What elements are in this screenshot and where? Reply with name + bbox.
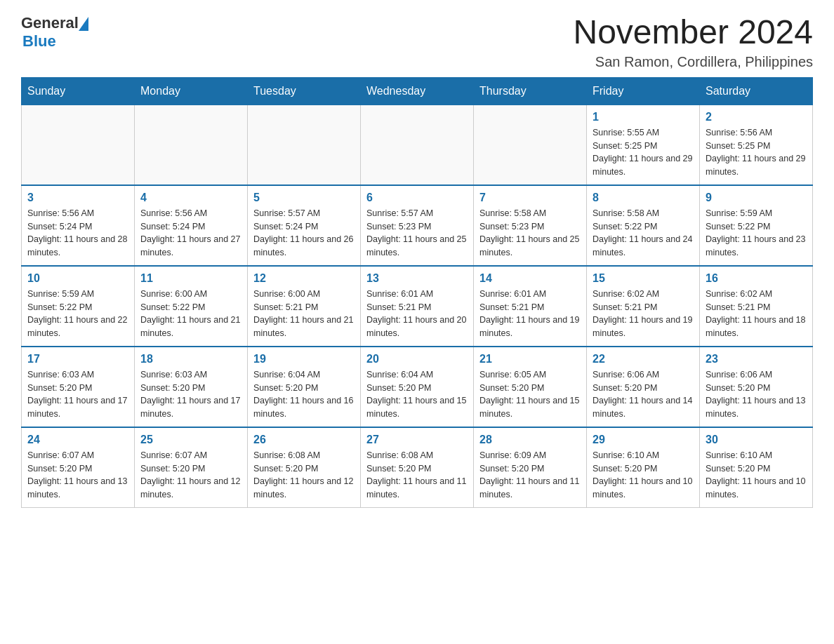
day-number: 21 xyxy=(479,353,581,365)
calendar-week-1: 3Sunrise: 5:56 AMSunset: 5:24 PMDaylight… xyxy=(22,185,813,266)
calendar-cell: 30Sunrise: 6:10 AMSunset: 5:20 PMDayligh… xyxy=(700,427,813,508)
day-info: Sunrise: 5:56 AMSunset: 5:24 PMDaylight:… xyxy=(140,207,241,260)
day-number: 22 xyxy=(593,353,694,365)
calendar-cell: 15Sunrise: 6:02 AMSunset: 5:21 PMDayligh… xyxy=(587,266,700,347)
logo: General Blue xyxy=(21,14,88,51)
day-number: 27 xyxy=(366,434,468,446)
calendar-cell: 19Sunrise: 6:04 AMSunset: 5:20 PMDayligh… xyxy=(248,347,361,427)
day-number: 3 xyxy=(27,192,128,204)
calendar-cell: 22Sunrise: 6:06 AMSunset: 5:20 PMDayligh… xyxy=(587,347,700,427)
day-info: Sunrise: 6:03 AMSunset: 5:20 PMDaylight:… xyxy=(27,368,128,421)
day-number: 10 xyxy=(27,272,128,285)
weekday-header-friday: Friday xyxy=(587,77,700,105)
day-info: Sunrise: 6:04 AMSunset: 5:20 PMDaylight:… xyxy=(253,368,355,421)
calendar-week-0: 1Sunrise: 5:55 AMSunset: 5:25 PMDaylight… xyxy=(22,105,813,185)
calendar-cell: 17Sunrise: 6:03 AMSunset: 5:20 PMDayligh… xyxy=(22,347,135,427)
day-info: Sunrise: 6:00 AMSunset: 5:21 PMDaylight:… xyxy=(253,288,355,340)
calendar-cell: 24Sunrise: 6:07 AMSunset: 5:20 PMDayligh… xyxy=(22,427,135,508)
calendar-cell: 13Sunrise: 6:01 AMSunset: 5:21 PMDayligh… xyxy=(361,266,474,347)
day-number: 2 xyxy=(706,111,807,123)
title-block: November 2024 San Ramon, Cordillera, Phi… xyxy=(573,14,813,70)
day-number: 17 xyxy=(27,353,128,365)
day-number: 16 xyxy=(706,272,807,285)
day-number: 14 xyxy=(479,272,581,285)
day-number: 9 xyxy=(706,192,807,204)
month-title: November 2024 xyxy=(573,14,813,51)
day-number: 26 xyxy=(253,434,355,446)
calendar-cell: 1Sunrise: 5:55 AMSunset: 5:25 PMDaylight… xyxy=(587,105,700,185)
calendar-cell: 25Sunrise: 6:07 AMSunset: 5:20 PMDayligh… xyxy=(135,427,248,508)
day-info: Sunrise: 6:03 AMSunset: 5:20 PMDaylight:… xyxy=(140,368,241,421)
calendar-cell: 26Sunrise: 6:08 AMSunset: 5:20 PMDayligh… xyxy=(248,427,361,508)
day-info: Sunrise: 5:57 AMSunset: 5:24 PMDaylight:… xyxy=(253,207,355,260)
day-info: Sunrise: 6:10 AMSunset: 5:20 PMDaylight:… xyxy=(593,449,694,502)
calendar-cell: 5Sunrise: 5:57 AMSunset: 5:24 PMDaylight… xyxy=(248,185,361,266)
calendar-cell xyxy=(361,105,474,185)
day-number: 4 xyxy=(140,192,241,204)
calendar-week-2: 10Sunrise: 5:59 AMSunset: 5:22 PMDayligh… xyxy=(22,266,813,347)
calendar-cell: 20Sunrise: 6:04 AMSunset: 5:20 PMDayligh… xyxy=(361,347,474,427)
page-header: General Blue November 2024 San Ramon, Co… xyxy=(21,14,813,70)
location-title: San Ramon, Cordillera, Philippines xyxy=(573,54,813,70)
day-info: Sunrise: 5:58 AMSunset: 5:22 PMDaylight:… xyxy=(593,207,694,260)
calendar-cell xyxy=(474,105,587,185)
weekday-header-monday: Monday xyxy=(135,77,248,105)
day-number: 28 xyxy=(479,434,581,446)
day-number: 6 xyxy=(366,192,468,204)
weekday-header-sunday: Sunday xyxy=(22,77,135,105)
day-number: 24 xyxy=(27,434,128,446)
weekday-row: SundayMondayTuesdayWednesdayThursdayFrid… xyxy=(22,77,813,105)
calendar-cell xyxy=(135,105,248,185)
day-number: 7 xyxy=(479,192,581,204)
day-info: Sunrise: 6:01 AMSunset: 5:21 PMDaylight:… xyxy=(366,288,468,340)
calendar-cell xyxy=(22,105,135,185)
day-info: Sunrise: 5:59 AMSunset: 5:22 PMDaylight:… xyxy=(706,207,807,260)
day-info: Sunrise: 6:02 AMSunset: 5:21 PMDaylight:… xyxy=(706,288,807,340)
calendar-cell: 11Sunrise: 6:00 AMSunset: 5:22 PMDayligh… xyxy=(135,266,248,347)
calendar-cell: 8Sunrise: 5:58 AMSunset: 5:22 PMDaylight… xyxy=(587,185,700,266)
calendar-cell: 18Sunrise: 6:03 AMSunset: 5:20 PMDayligh… xyxy=(135,347,248,427)
calendar-week-3: 17Sunrise: 6:03 AMSunset: 5:20 PMDayligh… xyxy=(22,347,813,427)
day-info: Sunrise: 5:58 AMSunset: 5:23 PMDaylight:… xyxy=(479,207,581,260)
day-number: 8 xyxy=(593,192,694,204)
day-info: Sunrise: 5:57 AMSunset: 5:23 PMDaylight:… xyxy=(366,207,468,260)
day-info: Sunrise: 6:01 AMSunset: 5:21 PMDaylight:… xyxy=(479,288,581,340)
day-info: Sunrise: 5:55 AMSunset: 5:25 PMDaylight:… xyxy=(593,126,694,179)
calendar-cell xyxy=(248,105,361,185)
day-info: Sunrise: 6:10 AMSunset: 5:20 PMDaylight:… xyxy=(706,449,807,502)
day-info: Sunrise: 6:07 AMSunset: 5:20 PMDaylight:… xyxy=(140,449,241,502)
day-info: Sunrise: 6:08 AMSunset: 5:20 PMDaylight:… xyxy=(366,449,468,502)
calendar-cell: 2Sunrise: 5:56 AMSunset: 5:25 PMDaylight… xyxy=(700,105,813,185)
calendar-cell: 21Sunrise: 6:05 AMSunset: 5:20 PMDayligh… xyxy=(474,347,587,427)
calendar-cell: 7Sunrise: 5:58 AMSunset: 5:23 PMDaylight… xyxy=(474,185,587,266)
logo-blue-text: Blue xyxy=(22,32,56,51)
calendar-cell: 4Sunrise: 5:56 AMSunset: 5:24 PMDaylight… xyxy=(135,185,248,266)
day-number: 1 xyxy=(593,111,694,123)
day-info: Sunrise: 5:59 AMSunset: 5:22 PMDaylight:… xyxy=(27,288,128,340)
day-number: 23 xyxy=(706,353,807,365)
calendar-cell: 16Sunrise: 6:02 AMSunset: 5:21 PMDayligh… xyxy=(700,266,813,347)
day-info: Sunrise: 6:07 AMSunset: 5:20 PMDaylight:… xyxy=(27,449,128,502)
calendar-cell: 28Sunrise: 6:09 AMSunset: 5:20 PMDayligh… xyxy=(474,427,587,508)
calendar-cell: 3Sunrise: 5:56 AMSunset: 5:24 PMDaylight… xyxy=(22,185,135,266)
weekday-header-saturday: Saturday xyxy=(700,77,813,105)
calendar-cell: 29Sunrise: 6:10 AMSunset: 5:20 PMDayligh… xyxy=(587,427,700,508)
day-info: Sunrise: 5:56 AMSunset: 5:24 PMDaylight:… xyxy=(27,207,128,260)
calendar-cell: 23Sunrise: 6:06 AMSunset: 5:20 PMDayligh… xyxy=(700,347,813,427)
calendar-cell: 10Sunrise: 5:59 AMSunset: 5:22 PMDayligh… xyxy=(22,266,135,347)
day-info: Sunrise: 6:09 AMSunset: 5:20 PMDaylight:… xyxy=(479,449,581,502)
calendar-cell: 27Sunrise: 6:08 AMSunset: 5:20 PMDayligh… xyxy=(361,427,474,508)
calendar-header: SundayMondayTuesdayWednesdayThursdayFrid… xyxy=(22,77,813,105)
calendar-table: SundayMondayTuesdayWednesdayThursdayFrid… xyxy=(21,77,813,508)
day-info: Sunrise: 6:05 AMSunset: 5:20 PMDaylight:… xyxy=(479,368,581,421)
calendar-cell: 9Sunrise: 5:59 AMSunset: 5:22 PMDaylight… xyxy=(700,185,813,266)
logo-triangle-icon xyxy=(79,17,88,31)
day-number: 13 xyxy=(366,272,468,285)
day-number: 18 xyxy=(140,353,241,365)
day-info: Sunrise: 6:02 AMSunset: 5:21 PMDaylight:… xyxy=(593,288,694,340)
day-number: 20 xyxy=(366,353,468,365)
weekday-header-thursday: Thursday xyxy=(474,77,587,105)
day-info: Sunrise: 6:06 AMSunset: 5:20 PMDaylight:… xyxy=(593,368,694,421)
day-number: 15 xyxy=(593,272,694,285)
day-number: 30 xyxy=(706,434,807,446)
